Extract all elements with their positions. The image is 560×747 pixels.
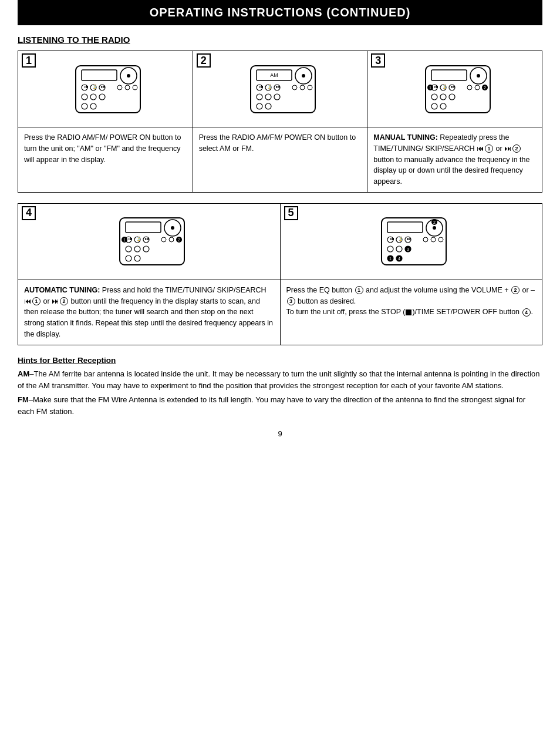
hints-fm-body: –Make sure that the FM Wire Antenna is e… (18, 395, 525, 416)
svg-text:⏮: ⏮ (434, 85, 438, 89)
svg-point-14 (133, 85, 137, 90)
svg-text:⏮: ⏮ (390, 237, 394, 241)
svg-point-66 (126, 246, 131, 252)
svg-text:2: 2 (484, 86, 486, 90)
svg-rect-18 (251, 66, 315, 113)
svg-point-45 (440, 94, 446, 100)
svg-point-89 (396, 246, 402, 252)
svg-text:3: 3 (407, 247, 409, 251)
step-num-3: 3 (371, 53, 385, 68)
svg-text:⏮: ⏮ (85, 85, 89, 89)
svg-point-84 (433, 226, 436, 230)
step-image-4: 4 ⏮ ⏳ (18, 204, 280, 280)
svg-point-68 (143, 246, 149, 252)
step-cell-3: 3 ⏮ ⏳ (367, 51, 542, 192)
svg-point-95 (438, 237, 443, 242)
step-text-1: Press the RADIO AM/FM/ POWER ON button t… (18, 127, 193, 192)
step-text-3: MANUAL TUNING: Repeatedly press the TIME… (367, 127, 542, 192)
svg-point-22 (302, 74, 305, 78)
svg-point-9 (99, 94, 105, 100)
radio-illustration-3: ⏮ ⏳ ⏭ 1 2 (408, 57, 502, 122)
svg-text:⏳: ⏳ (92, 84, 97, 89)
svg-point-88 (387, 246, 393, 252)
section-title: LISTENING TO THE RADIO (18, 35, 542, 45)
step-num-2: 2 (197, 53, 211, 68)
svg-text:⏳: ⏳ (267, 84, 272, 89)
svg-rect-60 (126, 222, 161, 233)
svg-point-67 (134, 246, 140, 252)
svg-text:4: 4 (398, 257, 400, 261)
svg-point-13 (125, 85, 130, 90)
svg-point-44 (431, 94, 437, 100)
svg-point-8 (90, 94, 96, 100)
svg-point-40 (477, 74, 480, 78)
page-header: OPERATING INSTRUCTIONS (CONTINUED) (18, 0, 542, 25)
svg-point-46 (449, 94, 455, 100)
hints-title: Hints for Better Reception (18, 356, 542, 365)
svg-point-27 (265, 94, 271, 100)
svg-text:⏳: ⏳ (136, 236, 141, 241)
svg-text:⏭: ⏭ (450, 85, 454, 89)
hints-section: Hints for Better Reception AM–The AM fer… (18, 356, 542, 418)
svg-rect-59 (120, 218, 184, 265)
svg-text:⏭: ⏭ (101, 85, 105, 89)
svg-text:2: 2 (433, 220, 436, 224)
svg-text:⏮: ⏮ (128, 237, 132, 241)
header-title: OPERATING INSTRUCTIONS (CONTINUED) (150, 6, 411, 19)
svg-text:⏳: ⏳ (398, 236, 403, 241)
hints-am-label: AM (18, 369, 29, 378)
svg-point-93 (423, 237, 428, 242)
svg-point-33 (308, 85, 312, 90)
svg-text:AM: AM (270, 72, 278, 78)
svg-text:1: 1 (389, 257, 392, 261)
step-image-5: 5 ⏮ ⏳ (281, 204, 542, 280)
radio-illustration-4: ⏮ ⏳ ⏭ 1 2 (102, 209, 196, 274)
svg-point-26 (257, 94, 262, 100)
step-cell-1: 1 (18, 51, 193, 192)
step-num-4: 4 (22, 206, 36, 220)
step-cell-4: 4 ⏮ ⏳ (18, 204, 281, 345)
svg-point-10 (82, 103, 87, 109)
step-image-1: 1 (18, 51, 193, 127)
svg-point-47 (431, 103, 437, 109)
svg-point-3 (127, 74, 130, 78)
svg-point-32 (300, 85, 305, 90)
step-num-5: 5 (284, 206, 298, 220)
page-number: 9 (18, 429, 542, 438)
svg-point-31 (292, 85, 297, 90)
step-cell-5: 5 ⏮ ⏳ (281, 204, 542, 345)
svg-text:2: 2 (178, 238, 180, 242)
svg-text:⏭: ⏭ (407, 237, 411, 241)
svg-point-70 (134, 255, 140, 261)
step-text-5: Press the EQ button 1 and adjust the vol… (281, 280, 542, 345)
step-text-2: Press the RADIO AM/FM/ POWER ON button t… (193, 127, 367, 192)
svg-point-12 (117, 85, 122, 90)
svg-rect-1 (82, 70, 117, 80)
radio-illustration-2: AM ⏮ ⏳ ⏭ (233, 57, 327, 122)
svg-point-7 (82, 94, 87, 100)
svg-text:1: 1 (429, 86, 431, 90)
svg-point-50 (475, 85, 480, 90)
steps-row-1: 1 (18, 51, 542, 193)
step-image-2: 2 AM ⏮ (193, 51, 367, 127)
svg-text:1: 1 (123, 238, 126, 242)
svg-point-29 (257, 103, 262, 109)
step-num-1: 1 (22, 53, 36, 68)
svg-point-94 (431, 237, 436, 242)
radio-illustration-5: ⏮ ⏳ ⏭ 2 3 1 4 (364, 209, 458, 274)
svg-rect-82 (387, 222, 423, 233)
svg-rect-37 (426, 66, 490, 113)
step-text-4: AUTOMATIC TUNING: Press and hold the TIM… (18, 280, 280, 345)
page: OPERATING INSTRUCTIONS (CONTINUED) LISTE… (0, 0, 560, 747)
step-image-3: 3 ⏮ ⏳ (367, 51, 542, 127)
svg-point-48 (440, 103, 446, 109)
svg-rect-0 (76, 66, 140, 113)
svg-text:⏳: ⏳ (441, 84, 447, 89)
hints-fm-text: FM–Make sure that the FM Wire Antenna is… (18, 394, 542, 418)
svg-point-69 (126, 255, 131, 261)
svg-point-62 (171, 226, 174, 230)
svg-point-28 (274, 94, 280, 100)
step-cell-2: 2 AM ⏮ (193, 51, 368, 192)
hints-am-text: AM–The AM ferrite bar antenna is located… (18, 368, 542, 392)
radio-illustration-1: ⏮ ⏳ ⏭ (58, 57, 152, 122)
